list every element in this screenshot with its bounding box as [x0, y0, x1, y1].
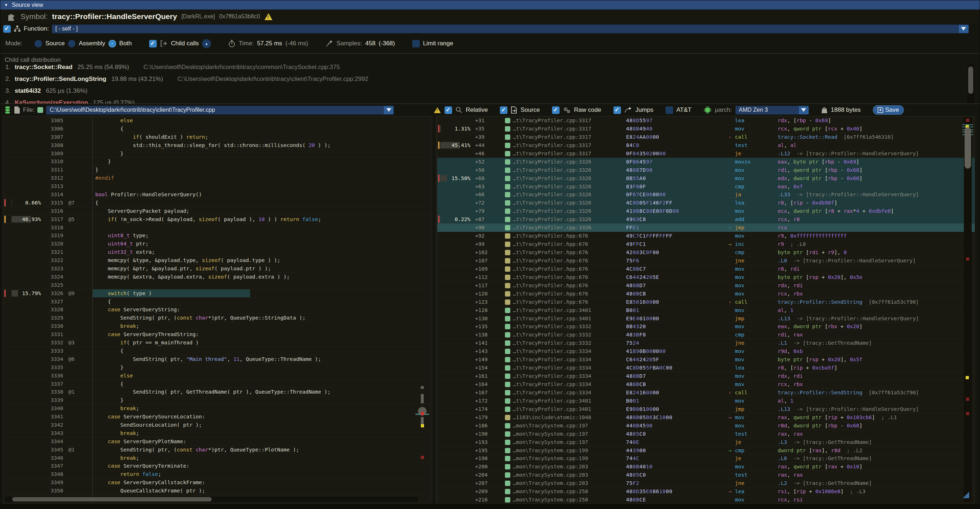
asm-row[interactable]: +52 …t\TracyProfiler.cpp:3326 0FB64597 m…: [438, 158, 975, 166]
pane-divider[interactable]: [431, 116, 436, 504]
function-select[interactable]: [ - self - ]: [52, 24, 969, 33]
source-line-row[interactable]: 3321 uint32_t extra;: [3, 248, 430, 256]
source-line-row[interactable]: 15.79% 3326 @9 switch( type ): [3, 289, 430, 297]
child-calls-scrollbar[interactable]: [967, 64, 974, 103]
mode-radio-source[interactable]: [35, 40, 42, 48]
source-line-row[interactable]: 3305 else: [3, 116, 430, 125]
asm-row[interactable]: +161 …t\TracyProfiler.cpp:3334 488BD7 mo…: [438, 372, 975, 380]
asm-row[interactable]: +31 …t\TracyProfiler.cpp:3317 488D5597 l…: [438, 116, 975, 125]
source-line-row[interactable]: 3345 @1 SendString( ptr, (const char*)pt…: [3, 446, 430, 454]
source-line-row[interactable]: 3335 }: [3, 363, 430, 372]
source-line-row[interactable]: 3320 uint64_t ptr;: [3, 240, 430, 248]
mode-option-source[interactable]: Source: [45, 40, 65, 47]
collapse-up-button[interactable]: ▲: [202, 39, 211, 48]
source-scrollbar-map[interactable]: [418, 116, 427, 495]
asm-row[interactable]: +149 …t\TracyProfiler.cpp:3334 C64424205…: [438, 356, 975, 364]
asm-row[interactable]: +179 …1103\include\atomic:1048 488B05B63…: [438, 414, 975, 422]
file-select[interactable]: C:\Users\wolf\Desktop\darkrl\contrib\tra…: [46, 106, 394, 115]
asm-row[interactable]: +216 …mon\TracySystem.cpp:258 488BCE mov…: [438, 496, 975, 504]
asm-row[interactable]: +102 …t\TracyProfiler.hpp:676 42803C0F00…: [438, 248, 975, 257]
asm-row[interactable]: +141 …t\TracyProfiler.cpp:3332 7524 jne …: [438, 339, 975, 347]
source-line-row[interactable]: 3306 {: [3, 125, 430, 133]
att-label[interactable]: AT&T: [676, 107, 691, 114]
source-line-row[interactable]: 3328 case ServerQueryString:: [3, 305, 430, 314]
asm-row[interactable]: 0.22% +87 …t\TracyProfiler.cpp:3326 4903…: [438, 215, 975, 224]
source-line-row[interactable]: 3337 {: [3, 380, 430, 388]
source-line-row[interactable]: 3334 @6 SendString( ptr, "Main thread", …: [3, 355, 430, 363]
child-call-name[interactable]: tracy::Profiler::SendLongString: [15, 75, 107, 83]
source-line-row[interactable]: 3327 {: [3, 297, 430, 306]
source-line-row[interactable]: 3349 case ServerQueryCallstackFrame:: [3, 479, 430, 487]
child-call-row[interactable]: 4. KeSynchronizeExecution 125 μs (0.27%): [0, 99, 980, 103]
asm-row[interactable]: +190 …mon\TracySystem.cpp:197 4885C0 tes…: [438, 430, 975, 438]
asm-row[interactable]: +164 …t\TracyProfiler.cpp:3334 488BCB mo…: [438, 380, 975, 388]
source-line-row[interactable]: 3350 QueueCallstackFrame( ptr );: [3, 487, 430, 495]
child-call-row[interactable]: 2. tracy::Profiler::SendLongString 19.88…: [0, 75, 980, 87]
file-dropdown-button[interactable]: [384, 106, 393, 114]
march-dropdown-button[interactable]: [799, 106, 808, 114]
asm-row[interactable]: +117 …t\TracyProfiler.hpp:676 488BD7 mov…: [438, 282, 975, 290]
source-line-row[interactable]: 3310 }: [3, 157, 430, 166]
source-line-row[interactable]: 3313: [3, 182, 430, 191]
source-line-row[interactable]: 3342 SendSourceLocation( ptr );: [3, 421, 430, 429]
assembly-scroll-thumb[interactable]: [964, 127, 971, 169]
mode-option-assembly[interactable]: Assembly: [79, 40, 105, 47]
source-line-row[interactable]: 3330 break;: [3, 322, 430, 330]
mode-option-both[interactable]: Both: [119, 40, 132, 47]
source-line-row[interactable]: 3325: [3, 281, 430, 289]
jumps-label[interactable]: Jumps: [635, 107, 653, 114]
source-code-pane[interactable]: 3305 else 3306 { 3307 if( shouldExit ) r…: [3, 116, 430, 504]
source-line-row[interactable]: 3309 }: [3, 150, 430, 158]
limit-range-checkbox[interactable]: [412, 40, 420, 48]
asm-row[interactable]: +123 …t\TracyProfiler.hpp:676 E850160000…: [438, 298, 975, 306]
asm-row[interactable]: +72 …t\TracyProfiler.cpp:3326 4C8D05F146…: [438, 199, 975, 207]
asm-row[interactable]: +186 …mon\TracySystem.cpp:197 448B4598 m…: [438, 422, 975, 430]
assembly-scrollbar[interactable]: [964, 117, 972, 502]
resize-grip[interactable]: [963, 492, 969, 498]
asm-row[interactable]: +138 …t\TracyProfiler.cpp:3332 483BF8 cm…: [438, 331, 975, 339]
source-line-row[interactable]: 3318: [3, 224, 430, 232]
asm-row[interactable]: +99 …t\TracyProfiler.hpp:676 49FFC1 →inc…: [438, 240, 975, 248]
save-button[interactable]: Save: [873, 105, 904, 115]
raw-code-checkbox[interactable]: [552, 107, 560, 114]
relative-label[interactable]: Relative: [466, 107, 488, 114]
source-line-row[interactable]: 3332 @3 if( ptr == m_mainThread ): [3, 339, 430, 347]
asm-row[interactable]: +200 …mon\TracySystem.cpp:203 488B4010 m…: [438, 463, 975, 471]
mode-radio-both[interactable]: [108, 40, 116, 48]
asm-row[interactable]: +128 …t\TracyProfiler.cpp:3401 B001 mov …: [438, 306, 975, 315]
asm-row[interactable]: +209 …mon\TracySystem.cpp:258 488D35E886…: [438, 487, 975, 496]
asm-row[interactable]: +120 …t\TracyProfiler.hpp:676 488BCB mov…: [438, 290, 975, 298]
asm-row[interactable]: +135 …t\TracyProfiler.cpp:3332 8B4320 mo…: [438, 323, 975, 331]
asm-row[interactable]: +204 …mon\TracySystem.cpp:203 4885C0 tes…: [438, 471, 975, 479]
asm-row[interactable]: +66 …t\TracyProfiler.cpp:3326 0F87CE0600…: [438, 191, 975, 199]
asm-row[interactable]: +193 …mon\TracySystem.cpp:197 740E je .L…: [438, 438, 975, 447]
raw-code-label[interactable]: Raw code: [574, 107, 601, 114]
source-horizontal-scrollbar[interactable]: [4, 497, 418, 502]
asm-row[interactable]: +39 …t\TracyProfiler.cpp:3317 E824AA0000…: [438, 133, 975, 141]
asm-row[interactable]: 15.50% +60 …t\TracyProfiler.cpp:3326 8B5…: [438, 174, 975, 183]
source-line-row[interactable]: 3344 case ServerQueryPlotName:: [3, 437, 430, 446]
march-select[interactable]: AMD Zen 3: [735, 106, 809, 115]
source-line-row[interactable]: 3348 return false;: [3, 470, 430, 479]
child-calls-label[interactable]: Child calls: [171, 40, 199, 47]
child-calls-checkbox[interactable]: [149, 40, 157, 48]
asm-row[interactable]: +107 …t\TracyProfiler.hpp:676 75F6 jne .…: [438, 257, 975, 265]
asm-row[interactable]: +167 …t\TracyProfiler.cpp:3334 E82416000…: [438, 388, 975, 397]
child-call-name[interactable]: tracy::Socket::Read: [15, 64, 73, 71]
asm-row[interactable]: +207 …mon\TracySystem.cpp:203 75F2 jne .…: [438, 479, 975, 487]
limit-range-label[interactable]: Limit range: [423, 40, 453, 47]
relative-checkbox[interactable]: [445, 107, 452, 114]
asm-row[interactable]: +112 …t\TracyProfiler.hpp:676 C64424205E…: [438, 273, 975, 282]
asm-row[interactable]: +172 …t\TracyProfiler.cpp:3401 B001 mov …: [438, 397, 975, 405]
function-checkbox[interactable]: [3, 25, 11, 33]
asm-row[interactable]: +63 …t\TracyProfiler.cpp:3326 83F80F cmp…: [438, 183, 975, 191]
asm-row[interactable]: +130 …t\TracyProfiler.cpp:3401 E9E401000…: [438, 315, 975, 323]
asm-row[interactable]: +174 …t\TracyProfiler.cpp:3401 E9B801000…: [438, 405, 975, 414]
source-line-row[interactable]: 3312 #endif: [3, 174, 430, 182]
child-call-row[interactable]: 1. tracy::Socket::Read 25.25 ms (54.89%)…: [0, 64, 980, 75]
asm-row[interactable]: +56 …t\TracyProfiler.cpp:3326 488B7D98 m…: [438, 166, 975, 174]
asm-row[interactable]: +90 …t\TracyProfiler.cpp:3326 FFE1 ‹jmp …: [438, 224, 975, 232]
asm-row[interactable]: +198 …mon\TracySystem.cpp:199 744C je .L…: [438, 454, 975, 463]
child-call-row[interactable]: 3. stat64i32 625 μs (1.36%): [0, 87, 980, 99]
asm-row[interactable]: +143 …t\TracyProfiler.cpp:3334 41B90B000…: [438, 347, 975, 356]
